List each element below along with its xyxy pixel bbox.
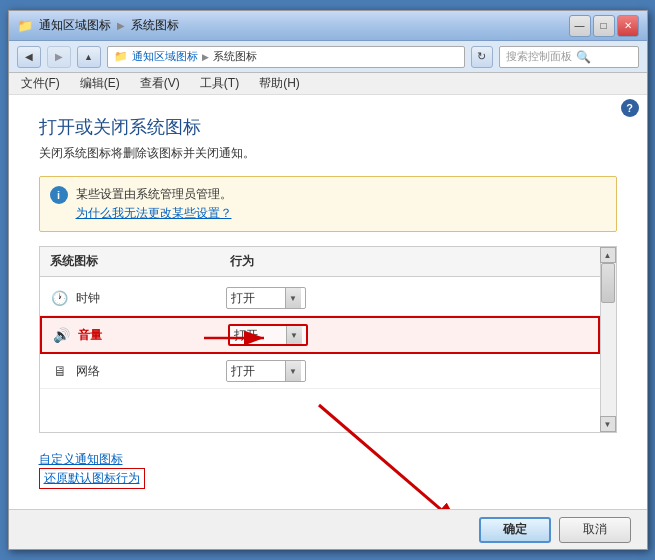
refresh-button[interactable]: ↻ (471, 46, 493, 68)
clock-dropdown[interactable]: 打开 ▼ (226, 287, 306, 309)
table-row: 🖥 网络 打开 ▼ (40, 354, 600, 389)
network-dropdown-arrow: ▼ (285, 361, 301, 381)
volume-dropdown-arrow: ▼ (286, 326, 302, 344)
search-placeholder: 搜索控制面板 (506, 49, 572, 64)
menu-tools[interactable]: 工具(T) (196, 73, 243, 94)
back-button[interactable]: ◀ (17, 46, 41, 68)
minimize-button[interactable]: — (569, 15, 591, 37)
search-icon: 🔍 (576, 50, 591, 64)
title-bar-text: 📁 通知区域图标 ▶ 系统图标 (17, 17, 569, 34)
scroll-up-button[interactable]: ▲ (600, 247, 616, 263)
info-message: 某些设置由系统管理员管理。 (76, 187, 232, 201)
volume-dropdown[interactable]: 打开 ▼ (228, 324, 308, 346)
menu-bar: 文件(F) 编辑(E) 查看(V) 工具(T) 帮助(H) (9, 73, 647, 95)
clock-behavior-control: 打开 ▼ (226, 287, 590, 309)
network-dropdown[interactable]: 打开 ▼ (226, 360, 306, 382)
ok-button[interactable]: 确定 (479, 517, 551, 543)
page-title: 打开或关闭系统图标 (39, 115, 617, 139)
clock-dropdown-value: 打开 (231, 290, 285, 307)
breadcrumb-arrow: ▶ (202, 52, 209, 62)
network-icon: 🖥 (50, 361, 70, 381)
network-behavior-control: 打开 ▼ (226, 360, 590, 382)
bottom-bar: 确定 取消 (9, 509, 647, 549)
main-window: 📁 通知区域图标 ▶ 系统图标 — □ ✕ ◀ ▶ ▲ 📁 通知区域图标 ▶ 系… (8, 10, 648, 550)
table-scrollbar[interactable]: ▲ ▼ (600, 247, 616, 432)
forward-button[interactable]: ▶ (47, 46, 71, 68)
search-box[interactable]: 搜索控制面板 🔍 (499, 46, 639, 68)
cancel-button[interactable]: 取消 (559, 517, 631, 543)
clock-label: 时钟 (76, 290, 226, 307)
table-row: 🕐 时钟 打开 ▼ (40, 281, 600, 316)
breadcrumb-sep: ▶ (117, 20, 125, 31)
icon-table: 系统图标 行为 🕐 时钟 打开 ▼ 🔊 (39, 246, 617, 433)
menu-file[interactable]: 文件(F) (17, 73, 64, 94)
folder-icon: 📁 (17, 18, 33, 33)
close-button[interactable]: ✕ (617, 15, 639, 37)
menu-view[interactable]: 查看(V) (136, 73, 184, 94)
breadcrumb-current-addr: 系统图标 (213, 49, 257, 64)
breadcrumb-current: 系统图标 (131, 17, 179, 34)
table-header: 系统图标 行为 (40, 247, 616, 277)
table-row: 🔊 音量 打开 ▼ (40, 316, 600, 354)
restore-defaults-link[interactable]: 还原默认图标行为 (39, 468, 145, 489)
volume-behavior-control: 打开 ▼ (228, 324, 588, 346)
info-text: 某些设置由系统管理员管理。 为什么我无法更改某些设置？ (76, 185, 232, 223)
folder-small-icon: 📁 (114, 50, 128, 63)
up-button[interactable]: ▲ (77, 46, 101, 68)
volume-dropdown-value: 打开 (234, 327, 286, 344)
footer-links: 自定义通知图标 还原默认图标行为 (39, 447, 617, 489)
network-dropdown-value: 打开 (231, 363, 285, 380)
volume-icon: 🔊 (52, 325, 72, 345)
network-label: 网络 (76, 363, 226, 380)
menu-edit[interactable]: 编辑(E) (76, 73, 124, 94)
custom-notification-link[interactable]: 自定义通知图标 (39, 451, 617, 468)
info-link[interactable]: 为什么我无法更改某些设置？ (76, 206, 232, 220)
title-controls: — □ ✕ (569, 15, 639, 37)
maximize-button[interactable]: □ (593, 15, 615, 37)
clock-icon: 🕐 (50, 288, 70, 308)
scrollbar-thumb[interactable] (601, 263, 615, 303)
volume-label: 音量 (78, 327, 228, 344)
scroll-down-button[interactable]: ▼ (600, 416, 616, 432)
address-bar: ◀ ▶ ▲ 📁 通知区域图标 ▶ 系统图标 ↻ 搜索控制面板 🔍 (9, 41, 647, 73)
menu-help[interactable]: 帮助(H) (255, 73, 304, 94)
title-bar: 📁 通知区域图标 ▶ 系统图标 — □ ✕ (9, 11, 647, 41)
content-area: ? 打开或关闭系统图标 关闭系统图标将删除该图标并关闭通知。 i 某些设置由系统… (9, 95, 647, 509)
breadcrumb-bar: 📁 通知区域图标 ▶ 系统图标 (107, 46, 465, 68)
col-behavior-header: 行为 (230, 253, 606, 270)
col-icon-name-header: 系统图标 (50, 253, 230, 270)
clock-dropdown-arrow: ▼ (285, 288, 301, 308)
help-button[interactable]: ? (621, 99, 639, 117)
info-icon: i (50, 186, 68, 204)
page-subtitle: 关闭系统图标将删除该图标并关闭通知。 (39, 145, 617, 162)
table-body: 🕐 时钟 打开 ▼ 🔊 音量 打开 (40, 277, 600, 393)
info-box: i 某些设置由系统管理员管理。 为什么我无法更改某些设置？ (39, 176, 617, 232)
breadcrumb-root: 通知区域图标 (39, 17, 111, 34)
breadcrumb-root-addr[interactable]: 通知区域图标 (132, 49, 198, 64)
